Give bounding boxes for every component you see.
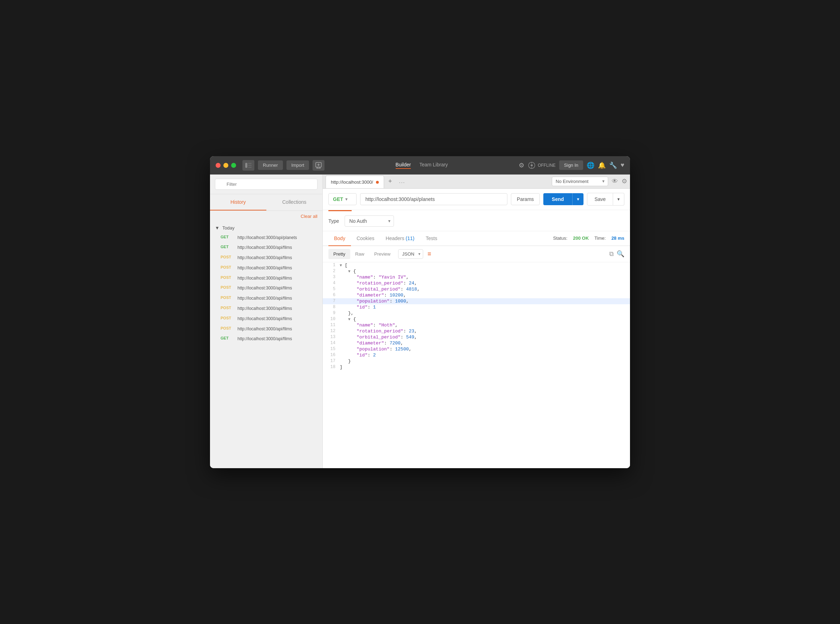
history-group-today: ▼ Today GET http://localhost:3000/api/pl… [210, 222, 322, 346]
settings-icon-button[interactable]: ⚙ [621, 177, 627, 185]
close-button[interactable] [216, 163, 220, 168]
sidebar-toggle-button[interactable] [242, 160, 254, 171]
history-item[interactable]: POST http://localhost:3000/api/films [210, 253, 322, 263]
history-item[interactable]: GET http://localhost:3000/api/planets [210, 233, 322, 243]
builder-tab[interactable]: Builder [396, 162, 411, 169]
history-item[interactable]: POST http://localhost:3000/api/films [210, 314, 322, 324]
clear-all-button[interactable]: Clear all [301, 214, 318, 219]
method-badge: GET [220, 235, 234, 239]
method-selector[interactable]: GET ▼ [328, 193, 357, 205]
headers-response-tab[interactable]: Headers (11) [380, 231, 420, 246]
main-content: 🔍 History Collections Clear all ▼ Today … [210, 175, 630, 468]
auth-type-selector[interactable]: No Auth [345, 215, 394, 227]
cookies-response-tab[interactable]: Cookies [351, 231, 380, 246]
wrench-icon[interactable]: 🔧 [609, 161, 617, 169]
history-url: http://localhost:3000/api/films [237, 326, 292, 332]
tabs-bar-right: No Environment ▼ 👁 ⚙ [552, 177, 627, 186]
filter-input[interactable] [215, 179, 318, 190]
format-selector[interactable]: JSON [398, 249, 423, 259]
runner-label: Runner [263, 162, 278, 168]
history-item[interactable]: GET http://localhost:3000/api/films [210, 334, 322, 344]
url-input[interactable] [360, 193, 507, 205]
response-status: Status: 200 OK Time: 28 ms [553, 235, 624, 241]
save-button[interactable]: Save [587, 193, 613, 205]
tests-response-tab[interactable]: Tests [420, 231, 443, 246]
more-tabs-button[interactable]: ... [396, 177, 408, 185]
sign-in-button[interactable]: Sign In [559, 161, 583, 170]
table-row: 15 "population": 12500, [323, 346, 630, 352]
line-content: "rotation_period": 23, [340, 328, 630, 334]
table-row: 10 ▼ { [323, 316, 630, 322]
line-number: 12 [323, 328, 340, 334]
settings-icon[interactable]: ⚙ [519, 161, 524, 169]
environment-selector[interactable]: No Environment [552, 177, 608, 186]
sidebar-tabs: History Collections [210, 194, 322, 211]
runner-button[interactable]: Runner [258, 161, 283, 170]
auth-type-label: Type [328, 218, 339, 224]
table-row: 12 "rotation_period": 23, [323, 328, 630, 334]
bell-icon[interactable]: 🔔 [598, 161, 606, 169]
method-badge: GET [220, 245, 234, 249]
import-button[interactable]: Import [287, 161, 309, 170]
search-button[interactable]: 🔍 [617, 250, 624, 258]
line-number: 16 [323, 352, 340, 358]
history-item[interactable]: POST http://localhost:3000/api/films [210, 263, 322, 273]
team-library-tab[interactable]: Team Library [419, 162, 448, 169]
history-url: http://localhost:3000/api/planets [237, 235, 297, 241]
svg-rect-0 [245, 163, 247, 168]
response-tabs-bar: Body Cookies Headers (11) Tests Status: … [323, 231, 630, 246]
history-items: GET http://localhost:3000/api/planets GE… [210, 233, 322, 344]
new-tab-button[interactable] [313, 160, 325, 171]
line-number: 10 [323, 316, 340, 322]
pretty-tab[interactable]: Pretty [328, 249, 350, 259]
globe-icon[interactable]: 🌐 [587, 161, 594, 169]
history-item[interactable]: POST http://localhost:3000/api/films [210, 304, 322, 314]
history-url: http://localhost:3000/api/films [237, 306, 292, 312]
history-url: http://localhost:3000/api/films [237, 285, 292, 291]
history-item[interactable]: POST http://localhost:3000/api/films [210, 324, 322, 334]
offline-label: OFFLINE [538, 163, 556, 168]
minimize-button[interactable] [223, 163, 228, 168]
line-content: "population": 12500, [340, 346, 630, 352]
filter-wrapper: 🔍 [215, 179, 318, 190]
line-number: 7 [323, 298, 340, 304]
method-chevron-icon: ▼ [345, 197, 348, 201]
line-content: "name": "Yavin IV", [340, 274, 630, 280]
body-response-tab[interactable]: Body [328, 231, 351, 246]
maximize-button[interactable] [231, 163, 236, 168]
line-content: "diameter": 10200, [340, 292, 630, 298]
send-button[interactable]: Send [543, 193, 572, 205]
line-content: "orbital_period": 4818, [340, 286, 630, 292]
preview-tab[interactable]: Preview [369, 249, 395, 259]
active-request-tab[interactable]: http://localhost:3000/ [325, 176, 384, 188]
table-row: 6 "diameter": 10200, [323, 292, 630, 298]
history-item[interactable]: POST http://localhost:3000/api/films [210, 283, 322, 293]
heart-icon[interactable]: ♥ [621, 161, 624, 169]
send-dropdown-button[interactable]: ▼ [572, 193, 584, 205]
status-value: 200 OK [573, 235, 589, 241]
history-tab[interactable]: History [210, 194, 267, 210]
line-content: ▼ [ [340, 262, 630, 268]
history-item[interactable]: GET http://localhost:3000/api/films [210, 242, 322, 253]
history-item[interactable]: POST http://localhost:3000/api/films [210, 293, 322, 304]
history-group-header[interactable]: ▼ Today [210, 223, 322, 233]
word-wrap-icon[interactable]: ≡ [426, 249, 433, 259]
table-row: 16 "id": 2 [323, 352, 630, 358]
collections-tab[interactable]: Collections [267, 194, 323, 210]
method-badge: POST [220, 316, 234, 320]
save-dropdown-button[interactable]: ▼ [613, 193, 624, 205]
time-label: Time: [594, 235, 606, 241]
params-button[interactable]: Params [511, 193, 540, 205]
history-url: http://localhost:3000/api/films [237, 255, 292, 261]
table-row: 11 "name": "Hoth", [323, 322, 630, 328]
eye-icon-button[interactable]: 👁 [612, 178, 618, 185]
title-center: Builder Team Library [328, 162, 515, 169]
table-row: 5 "orbital_period": 4818, [323, 286, 630, 292]
raw-tab[interactable]: Raw [350, 249, 369, 259]
line-content: ▼ { [340, 268, 630, 274]
line-number: 11 [323, 322, 340, 328]
history-item[interactable]: POST http://localhost:3000/api/films [210, 273, 322, 283]
add-tab-button[interactable]: + [385, 176, 395, 187]
line-number: 17 [323, 358, 340, 364]
copy-button[interactable]: ⧉ [609, 250, 614, 258]
